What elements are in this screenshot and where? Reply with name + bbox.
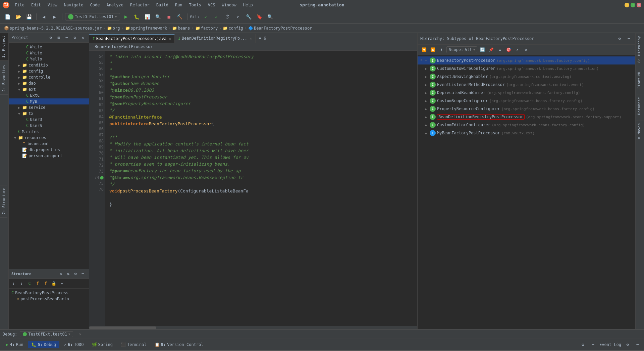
menu-file[interactable]: File: [12, 2, 27, 8]
open-button[interactable]: 📂: [13, 12, 23, 21]
struct-item-method[interactable]: m postProcessBeanFacto: [10, 296, 88, 302]
scope-selector[interactable]: Scope: All ▼: [446, 46, 477, 53]
event-log-close[interactable]: ─: [634, 341, 641, 348]
breadcrumb-springframework[interactable]: 📁springframework: [125, 26, 167, 31]
version-control-tab[interactable]: 📋 9: Version Control: [151, 341, 207, 348]
tree-item-yellow[interactable]: C Yello: [9, 56, 89, 62]
event-log-settings[interactable]: ⚙: [579, 341, 587, 348]
find-button[interactable]: 🔍: [266, 12, 275, 21]
hier-autoscroll-btn[interactable]: 🎯: [505, 46, 512, 53]
menu-navigate[interactable]: Navigate: [61, 2, 86, 8]
maven-side-tab[interactable]: m Maven: [636, 120, 644, 141]
tree-item-white1[interactable]: C White: [9, 44, 89, 50]
run-tab[interactable]: ▶ 4: Run: [3, 341, 26, 348]
hier-sort-btn[interactable]: 🔼: [429, 46, 436, 53]
struct-sort-type[interactable]: ↕: [18, 280, 25, 287]
tree-item-white2[interactable]: C White: [9, 50, 89, 56]
tree-item-conditio[interactable]: ▶ 📁 conditio: [9, 62, 89, 68]
hier-item-customautowire[interactable]: ▶ C CustomAutowireConfigurer (org.spring…: [418, 64, 635, 73]
sidebar-collapse-btn[interactable]: ─: [63, 34, 70, 41]
git-revert-button[interactable]: ↶: [233, 12, 243, 21]
sidebar-gear-btn[interactable]: ⚙: [71, 34, 78, 41]
struct-lock-btn[interactable]: 🔒: [50, 280, 57, 287]
breadcrumb-org[interactable]: 📁org: [107, 26, 120, 31]
hier-item-customeditor[interactable]: ▶ C CustomEditorConfigurer (org.springfr…: [418, 121, 635, 129]
struct-settings-btn[interactable]: ⚙: [72, 270, 79, 277]
hier-item-mybeanfactory[interactable]: ▶ C MyBeanFactoryPostProcessor (com.wolf…: [418, 129, 635, 137]
hier-expand-btn[interactable]: ⬇: [438, 46, 445, 53]
structure-side-tab[interactable]: 7: Structure: [0, 185, 7, 217]
close-button[interactable]: ✕: [637, 3, 641, 7]
struct-sort-btn[interactable]: ⇅: [57, 270, 64, 277]
tab-beanfactorypostprocessor[interactable]: I BeanFactoryPostProcessor.java ✕: [89, 34, 175, 43]
run-config-selector[interactable]: TestOfExt.test01 ▼: [65, 13, 120, 20]
hier-filter-btn[interactable]: 🔽: [420, 46, 428, 53]
tab-more[interactable]: ≡ 6: [256, 34, 270, 43]
menu-vcs[interactable]: VCS: [205, 2, 218, 8]
breadcrumb-config[interactable]: 📁config: [223, 26, 243, 31]
debug-close[interactable]: ✕: [79, 332, 81, 337]
debug-config-selector[interactable]: TestOfExt.test01 ▼: [20, 331, 73, 337]
settings-button[interactable]: 🔧: [244, 12, 254, 21]
menu-run[interactable]: Run: [172, 2, 185, 8]
menu-help[interactable]: Help: [240, 2, 256, 8]
coverage-button[interactable]: 📊: [143, 12, 152, 21]
tree-item-service[interactable]: ▶ 📁 service: [9, 104, 89, 111]
favorites-tab[interactable]: 2: Favorites: [0, 62, 8, 94]
sidebar-settings-btn[interactable]: ⚙: [47, 34, 54, 41]
hier-close-btn[interactable]: ─: [625, 35, 633, 42]
hierarchy-side-tab[interactable]: 8: Hierarchy: [636, 33, 644, 65]
struct-filter-btn[interactable]: ⇅: [65, 270, 71, 277]
hier-item-aspectjweaving[interactable]: ▶ C AspectJWeavingEnabler (org.springfra…: [418, 73, 635, 81]
sidebar-expand-btn[interactable]: ⊞: [55, 34, 62, 41]
menu-analyze[interactable]: Analyze: [104, 2, 126, 8]
tree-item-extc[interactable]: C ExtC: [9, 92, 89, 98]
hier-export-btn[interactable]: ↗: [514, 46, 521, 53]
hier-flatten-btn[interactable]: ≡: [496, 46, 503, 53]
struct-field-btn[interactable]: f: [42, 280, 49, 287]
spring-tab[interactable]: 🌿 Spring: [89, 341, 116, 348]
struct-more-btn[interactable]: »: [58, 280, 65, 287]
struct-item-class[interactable]: C BeanFactoryPostProcess: [10, 290, 88, 296]
project-tab[interactable]: 1: Project: [0, 33, 8, 61]
tree-item-myb[interactable]: C MyB: [9, 98, 89, 104]
code-editor[interactable]: * taken into account for {@code BeanFact…: [105, 51, 417, 326]
breadcrumb-class[interactable]: 🔷BeanFactoryPostProcessor: [248, 26, 312, 31]
menu-view[interactable]: View: [45, 2, 60, 8]
struct-sort-alpha[interactable]: ↕: [10, 280, 17, 287]
run-button[interactable]: ▶: [121, 12, 131, 21]
tree-item-personprop[interactable]: 📝 person.propert: [9, 153, 89, 159]
database-side-tab[interactable]: Database: [636, 94, 644, 118]
struct-close-btn[interactable]: ─: [79, 270, 86, 277]
new-file-button[interactable]: 📄: [3, 12, 12, 21]
menu-tools[interactable]: Tools: [186, 2, 204, 8]
debug-button[interactable]: 🐛: [132, 12, 142, 21]
menu-build[interactable]: Build: [154, 2, 171, 8]
sidebar-close-btn[interactable]: ✕: [79, 34, 86, 41]
hier-root-item[interactable]: * • I BeanFactoryPostProcessor (org.spri…: [418, 56, 635, 64]
menu-code[interactable]: Code: [88, 2, 103, 8]
build-button[interactable]: 🔨: [175, 12, 184, 21]
tab-close-2[interactable]: ✕: [250, 37, 252, 40]
menu-window[interactable]: Window: [219, 2, 239, 8]
event-log-minimize[interactable]: ─: [589, 341, 597, 348]
todo-tab[interactable]: ✓ 6: TODO: [61, 341, 87, 348]
struct-class-btn[interactable]: C: [26, 280, 33, 287]
struct-member-btn[interactable]: f: [34, 280, 41, 287]
tree-item-dao[interactable]: ▶ 📁 dao: [9, 80, 89, 86]
tree-item-config[interactable]: ▶ 📁 config: [9, 68, 89, 74]
git-history-button[interactable]: ⏱: [223, 12, 232, 21]
tree-item-ext[interactable]: ▼ 📁 ext: [9, 86, 89, 92]
minimize-button[interactable]: ─: [625, 3, 629, 7]
breadcrumb-beans[interactable]: 📁beans: [172, 26, 190, 31]
tree-item-controlle[interactable]: ▶ 📁 controlle: [9, 74, 89, 80]
stop-button[interactable]: ■: [164, 12, 174, 21]
horizontal-scrollbar[interactable]: [89, 326, 417, 329]
git-check-2[interactable]: ✓: [212, 12, 221, 21]
hier-item-beandefinitionregistry[interactable]: ▶ I BeanDefinitionRegistryPostProcessor …: [418, 113, 635, 121]
tree-item-maintes[interactable]: C MainTes: [9, 129, 89, 135]
tree-item-users[interactable]: C UserS: [9, 123, 89, 129]
hier-item-customscope[interactable]: ▶ C CustomScopeConfigurer (org.springfra…: [418, 97, 635, 105]
hier-item-deprecatedbean[interactable]: ▶ C DeprecatedBeanWarner (org.springfram…: [418, 89, 635, 97]
maximize-button[interactable]: □: [631, 3, 635, 7]
